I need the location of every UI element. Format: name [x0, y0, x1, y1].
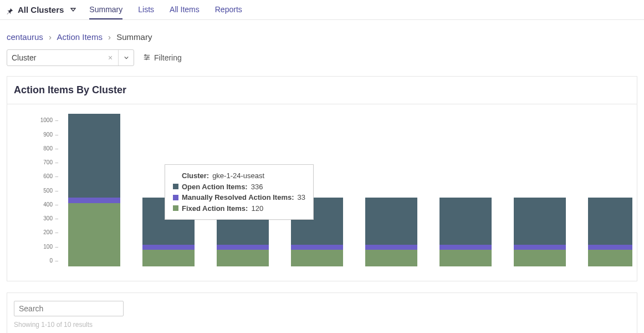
- chevron-right-icon: ›: [108, 32, 111, 42]
- main-tabs: SummaryListsAll ItemsReports: [89, 0, 242, 19]
- tooltip-cluster-label: Cluster:: [182, 170, 209, 181]
- bar-segment: [217, 250, 269, 266]
- bar-stack[interactable]: [439, 198, 492, 266]
- breadcrumb-link-section[interactable]: Action Items: [57, 32, 103, 42]
- bar-segment: [68, 114, 120, 198]
- chart-card: Action Items By Cluster 0100200300400500…: [7, 76, 637, 281]
- filter-row: Cluster × Filtering: [0, 49, 644, 76]
- y-tick: 800: [43, 145, 53, 151]
- search-input[interactable]: [14, 301, 124, 316]
- bar-segment: [217, 245, 269, 249]
- bar-segment: [291, 250, 343, 266]
- chart-title: Action Items By Cluster: [7, 77, 637, 104]
- svg-point-4: [147, 56, 149, 57]
- bar-stack[interactable]: [68, 114, 120, 266]
- y-tick: 1000: [40, 117, 53, 123]
- results-card: Showing 1-10 of 10 results: [7, 292, 637, 333]
- y-tick: 600: [43, 173, 53, 179]
- y-tick: 0: [49, 258, 53, 264]
- groupby-select-value: Cluster: [7, 53, 103, 62]
- bar-segment: [365, 245, 417, 249]
- bar-segment: [439, 245, 492, 249]
- bar-segment: [142, 245, 195, 249]
- tab-all-items[interactable]: All Items: [170, 0, 200, 19]
- y-tick: 700: [43, 159, 53, 165]
- chart-area: 01002003004005006007008009001000 Cluster…: [7, 104, 637, 281]
- bar-segment: [439, 250, 492, 266]
- tab-lists[interactable]: Lists: [138, 0, 154, 19]
- bar-segment: [365, 250, 417, 266]
- y-tick: 400: [43, 201, 53, 207]
- y-tick: 500: [43, 187, 53, 193]
- page-scope-title: All Clusters: [18, 5, 64, 14]
- breadcrumb: centaurus › Action Items › Summary: [0, 20, 644, 49]
- tooltip-series-label: Open Action Items:: [182, 181, 248, 193]
- bar-segment: [588, 250, 632, 266]
- filtering-button[interactable]: Filtering: [143, 53, 182, 63]
- tooltip-row: Open Action Items: 336: [173, 181, 305, 193]
- bar-segment: [514, 245, 566, 249]
- clear-icon[interactable]: ×: [103, 53, 118, 62]
- svg-point-5: [146, 58, 147, 59]
- sliders-icon: [143, 53, 151, 63]
- filtering-label: Filtering: [154, 53, 182, 62]
- bar-segment: [514, 250, 566, 266]
- y-tick: 200: [43, 229, 53, 235]
- tooltip-series-value: 120: [251, 203, 263, 214]
- breadcrumb-current: Summary: [116, 32, 152, 42]
- bar-segment: [68, 203, 120, 266]
- bar-stack[interactable]: [514, 198, 566, 266]
- bars-container: [62, 112, 632, 266]
- svg-point-3: [145, 54, 146, 56]
- legend-swatch: [173, 184, 178, 189]
- pin-icon: [7, 7, 13, 13]
- legend-swatch: [173, 205, 178, 211]
- tooltip-row: Fixed Action Items: 120: [173, 203, 305, 214]
- bar-segment: [291, 245, 343, 249]
- topbar-left: All Clusters: [7, 5, 76, 15]
- bar-segment: [588, 198, 632, 245]
- bar-stack[interactable]: [588, 198, 632, 266]
- bar-segment: [588, 245, 632, 249]
- y-axis: 01002003004005006007008009001000: [12, 112, 56, 273]
- bar-segment: [142, 250, 195, 266]
- tooltip-series-value: 336: [251, 181, 263, 193]
- tooltip-row: Manually Resolved Action Items: 33: [173, 192, 305, 203]
- legend-swatch: [173, 195, 178, 200]
- bar-segment: [439, 198, 492, 245]
- tab-reports[interactable]: Reports: [215, 0, 242, 19]
- bar-segment: [365, 198, 417, 245]
- tooltip-series-label: Fixed Action Items:: [182, 203, 248, 214]
- tooltip-series-value: 33: [298, 192, 305, 203]
- tooltip-cluster-value: gke-1-24-useast: [212, 170, 264, 181]
- breadcrumb-link-org[interactable]: centaurus: [7, 32, 43, 42]
- results-count-text: Showing 1-10 of 10 results: [7, 321, 637, 333]
- chevron-down-icon[interactable]: [118, 50, 134, 65]
- bar-segment: [68, 198, 120, 203]
- bar-stack[interactable]: [365, 198, 417, 266]
- scope-dropdown-icon[interactable]: [70, 5, 76, 15]
- bar-segment: [514, 198, 566, 245]
- groupby-select[interactable]: Cluster ×: [7, 49, 134, 66]
- topbar: All Clusters SummaryListsAll ItemsReport…: [0, 0, 644, 20]
- chart-tooltip: Cluster: gke-1-24-useast Open Action Ite…: [165, 164, 314, 220]
- tooltip-series-label: Manually Resolved Action Items:: [182, 192, 294, 203]
- y-tick: 900: [43, 131, 53, 137]
- chevron-right-icon: ›: [49, 32, 52, 42]
- y-tick: 100: [43, 243, 53, 249]
- tab-summary[interactable]: Summary: [89, 0, 122, 19]
- y-tick: 300: [43, 215, 53, 221]
